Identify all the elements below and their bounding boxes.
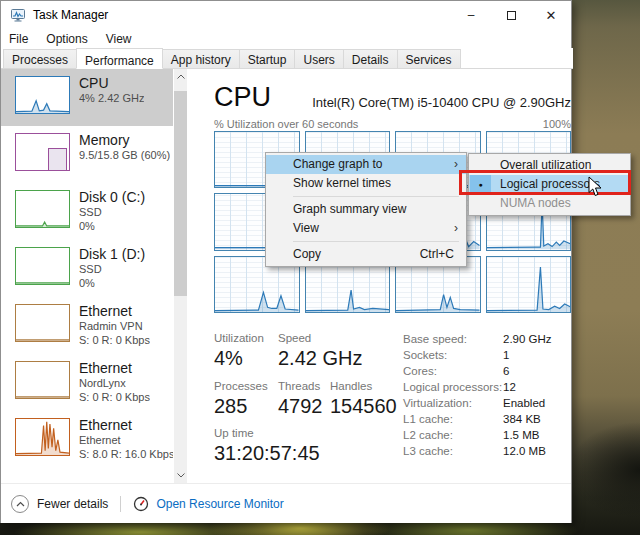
screen: Task Manager – ✕ File Options View Proce…	[0, 0, 640, 535]
menu-bar: File Options View	[1, 29, 571, 48]
tab-services[interactable]: Services	[397, 49, 461, 68]
sidebar-item-name: Ethernet	[79, 417, 173, 434]
sidebar-item-detail: Radmin VPN	[79, 320, 150, 334]
sidebar-item-detail: S: 0 R: 0 Kbps	[79, 334, 150, 348]
sidebar-item-detail: SSD	[79, 263, 145, 277]
sidebar-item-name: Memory	[79, 132, 170, 149]
detail-label: Virtualization:	[403, 395, 503, 411]
menu-item-show-kernel-times[interactable]: Show kernel times	[266, 174, 466, 193]
detail-row: L3 cache:12.0 MB	[403, 443, 552, 459]
detail-label: L3 cache:	[403, 443, 503, 459]
eth-ethernet-thumbnail-graph	[15, 418, 70, 456]
submenu-item-numa-nodes[interactable]: NUMA nodes	[469, 194, 630, 213]
menu-item-view[interactable]: View›	[266, 219, 466, 238]
page-title: CPU	[214, 82, 271, 113]
sidebar-item-cpu[interactable]: CPU4% 2.42 GHz	[1, 69, 173, 126]
graph-axis-label: % Utilization over 60 seconds	[214, 118, 358, 130]
stat-speed: Speed2.42 GHz	[278, 332, 362, 370]
detail-value: Enabled	[503, 397, 545, 409]
performance-sidebar: CPU4% 2.42 GHzMemory9.5/15.8 GB (60%)Dis…	[1, 69, 173, 483]
window-title: Task Manager	[33, 8, 108, 22]
tab-users[interactable]: Users	[294, 49, 343, 68]
tab-processes[interactable]: Processes	[3, 49, 77, 68]
stat-processes: Processes285	[214, 380, 268, 418]
detail-value: 6	[503, 365, 509, 377]
close-button[interactable]: ✕	[531, 1, 571, 29]
maximize-button[interactable]	[491, 1, 531, 29]
sidebar-item-memory[interactable]: Memory9.5/15.8 GB (60%)	[1, 126, 173, 183]
disk0-thumbnail-graph	[15, 190, 70, 228]
footer-bar: Fewer details Open Resource Monitor	[1, 483, 571, 523]
sidebar-item-text: Memory9.5/15.8 GB (60%)	[79, 131, 170, 183]
sidebar-item-disk0[interactable]: Disk 0 (C:)SSD0%	[1, 183, 173, 240]
stat-threads: Threads4792	[278, 380, 323, 418]
sidebar-item-detail: S: 8.0 R: 16.0 Kbps	[79, 448, 173, 462]
sidebar-item-text: CPU4% 2.42 GHz	[79, 74, 144, 126]
scroll-up-button[interactable]	[174, 69, 187, 84]
submenu-arrow-icon: ›	[454, 219, 458, 238]
menu-item-change-graph-to[interactable]: Change graph to›	[266, 155, 466, 174]
cpu-model: Intel(R) Core(TM) i5-10400 CPU @ 2.90GHz	[291, 95, 571, 110]
sidebar-item-text: Disk 0 (C:)SSD0%	[79, 188, 145, 240]
sidebar-item-name: Disk 1 (D:)	[79, 246, 145, 263]
sidebar-item-detail: 0%	[79, 220, 145, 234]
open-resource-monitor-link[interactable]: Open Resource Monitor	[156, 497, 283, 511]
sidebar-item-detail: 9.5/15.8 GB (60%)	[79, 149, 170, 163]
context-menu: Change graph to›Show kernel timesGraph s…	[265, 152, 467, 267]
tab-strip: Processes Performance App history Startu…	[1, 48, 573, 69]
menu-separator	[293, 196, 459, 197]
sidebar-item-name: Disk 0 (C:)	[79, 189, 145, 206]
detail-label: Sockets:	[403, 347, 503, 363]
detail-value: 12	[503, 381, 516, 393]
menu-file[interactable]: File	[1, 30, 37, 48]
sidebar-item-eth-radmin[interactable]: EthernetRadmin VPNS: 0 R: 0 Kbps	[1, 297, 173, 354]
sidebar-item-text: EthernetEthernetS: 8.0 R: 16.0 Kbps	[79, 416, 173, 468]
minimize-button[interactable]: –	[451, 1, 491, 29]
resource-monitor-icon	[133, 496, 149, 512]
sidebar-item-detail: Ethernet	[79, 434, 173, 448]
sidebar-item-text: Disk 1 (D:)SSD0%	[79, 245, 145, 297]
menu-shortcut: Ctrl+C	[420, 245, 454, 264]
sidebar-item-name: CPU	[79, 75, 144, 92]
sidebar-scrollbar[interactable]	[174, 69, 187, 483]
stat-uptime: Up time31:20:57:45	[214, 427, 320, 465]
sidebar-item-detail: 4% 2.42 GHz	[79, 92, 144, 106]
stat-utilization: Utilization4%	[214, 332, 264, 370]
cpu-thumbnail-graph	[15, 76, 70, 114]
tab-details[interactable]: Details	[343, 49, 398, 68]
mouse-cursor	[588, 176, 603, 198]
fewer-details-button[interactable]: Fewer details	[37, 497, 108, 511]
menu-item-graph-summary-view[interactable]: Graph summary view	[266, 200, 466, 219]
detail-label: Base speed:	[403, 331, 503, 347]
detail-row: Cores:6	[403, 363, 552, 379]
detail-label: Logical processors:	[403, 379, 503, 395]
disk1-thumbnail-graph	[15, 247, 70, 285]
sidebar-item-detail: 0%	[79, 277, 145, 291]
sidebar-item-disk1[interactable]: Disk 1 (D:)SSD0%	[1, 240, 173, 297]
tab-app-history[interactable]: App history	[162, 49, 240, 68]
eth-radmin-thumbnail-graph	[15, 304, 70, 342]
menu-separator	[293, 241, 459, 242]
detail-value: 2.90 GHz	[503, 333, 552, 345]
scrollbar-thumb[interactable]	[174, 91, 187, 296]
menu-options[interactable]: Options	[37, 30, 96, 48]
detail-label: L1 cache:	[403, 411, 503, 427]
sidebar-item-eth-nordlynx[interactable]: EthernetNordLynxS: 0 R: 0 Kbps	[1, 354, 173, 411]
detail-row: Sockets:1	[403, 347, 552, 363]
detail-row: Virtualization:Enabled	[403, 395, 552, 411]
fewer-details-icon[interactable]	[11, 495, 29, 513]
annotation-highlight-box	[459, 170, 631, 195]
footer-divider	[120, 496, 121, 512]
graph-max-label: 100%	[471, 118, 571, 130]
sidebar-item-eth-ethernet[interactable]: EthernetEthernetS: 8.0 R: 16.0 Kbps	[1, 411, 173, 468]
menu-view[interactable]: View	[97, 30, 141, 48]
sidebar-item-detail: SSD	[79, 206, 145, 220]
tab-performance[interactable]: Performance	[76, 48, 163, 69]
tab-startup[interactable]: Startup	[239, 49, 296, 68]
detail-row: Logical processors:12	[403, 379, 552, 395]
eth-nordlynx-thumbnail-graph	[15, 361, 70, 399]
title-bar[interactable]: Task Manager – ✕	[1, 1, 571, 29]
detail-value: 384 KB	[503, 413, 541, 425]
menu-item-copy[interactable]: CopyCtrl+C	[266, 245, 466, 264]
scroll-down-button[interactable]	[174, 468, 187, 483]
